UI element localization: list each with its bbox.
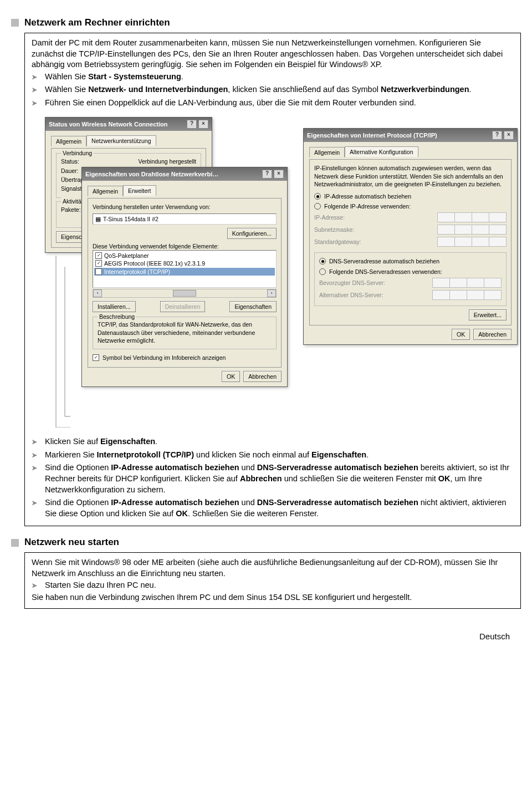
checkbox-icon[interactable]: ✓ — [95, 268, 102, 275]
close-icon[interactable]: × — [274, 170, 284, 179]
section-box: Wenn Sie mit Windows® 98 oder ME arbeite… — [24, 552, 521, 609]
radio-label: DNS-Serveradresse automatisch beziehen — [329, 257, 439, 265]
value: Verbindung hergestellt — [139, 157, 197, 165]
radio-label: IP-Adresse automatisch beziehen — [324, 192, 411, 200]
help-icon[interactable]: ? — [492, 131, 502, 140]
arrow-icon — [32, 84, 45, 95]
list-item[interactable]: AEGIS Protocol (IEEE 802.1x) v2.3.1.9 — [104, 259, 205, 267]
ok-button[interactable]: OK — [452, 329, 470, 340]
arrow-icon — [32, 98, 45, 109]
radio-icon[interactable] — [319, 258, 326, 264]
label: Dauer: — [61, 167, 79, 175]
instruction-text: Führen Sie einen Doppelklick auf die LAN… — [45, 98, 514, 109]
label: Status: — [61, 157, 79, 165]
arrow-icon — [32, 450, 45, 461]
list-item[interactable]: QoS-Paketplaner — [104, 252, 149, 259]
tcpip-properties-dialog: Eigenschaften von Internet Protocol (TCP… — [303, 128, 518, 345]
ip-input — [437, 225, 507, 235]
arrow-icon — [32, 436, 45, 447]
screenshot-area: Status von Wireless Network Connection ?… — [32, 117, 514, 428]
section-bullet-icon — [11, 539, 19, 547]
dialog-title: Eigenschaften von Drahtlose Netzwerkverb… — [85, 170, 218, 179]
cancel-button[interactable]: Abbrechen — [473, 329, 511, 340]
properties-button[interactable]: Eigenschaften — [229, 301, 277, 312]
tab-altconfig[interactable]: Alternative Konfiguration — [345, 146, 418, 157]
components-listbox[interactable]: ✓QoS-Paketplaner ✓AEGIS Protocol (IEEE 8… — [93, 250, 277, 288]
group-label: Verbindung — [61, 149, 94, 157]
install-button[interactable]: Installieren... — [93, 301, 136, 312]
checkbox-icon[interactable]: ✓ — [95, 252, 102, 259]
checkbox-icon[interactable]: ✓ — [95, 260, 102, 267]
intro-text: IP-Einstellungen können automatisch zuge… — [314, 164, 507, 188]
field-label: Standardgateway: — [314, 238, 361, 246]
paragraph: Wenn Sie mit Windows® 98 oder ME arbeite… — [32, 557, 514, 579]
list-item[interactable]: Internetprotokoll (TCP/IP) — [104, 268, 170, 276]
radio-icon[interactable] — [314, 203, 321, 210]
radio-icon[interactable] — [314, 193, 321, 200]
connection-properties-dialog: Eigenschaften von Drahtlose Netzwerkverb… — [81, 167, 288, 387]
arrow-icon — [32, 72, 45, 83]
arrow-icon — [32, 580, 45, 591]
field-label: Bevorzugter DNS-Server: — [319, 279, 385, 287]
close-icon[interactable]: × — [198, 120, 208, 129]
uninstall-button: Deinstallieren — [160, 301, 206, 312]
help-icon[interactable]: ? — [262, 170, 272, 179]
field-label: Subnetzmaske: — [314, 226, 354, 233]
scrollbar[interactable]: ‹ › — [93, 289, 277, 298]
arrow-icon — [32, 462, 45, 495]
tab-netsupport[interactable]: Netzwerkunterstützung — [86, 135, 156, 146]
ip-input — [437, 237, 507, 247]
ip-input — [432, 278, 502, 288]
field-label: Alternativer DNS-Server: — [319, 291, 383, 299]
section-bullet-icon — [11, 19, 19, 27]
instruction-text: Wählen Sie Netzwerk- und Internetverbind… — [45, 84, 514, 95]
help-icon[interactable]: ? — [187, 120, 197, 129]
tab-general[interactable]: Allgemein — [88, 186, 123, 196]
section-title: Netzwerk am Rechner einrichten — [24, 17, 170, 29]
dialog-title: Status von Wireless Network Connection — [49, 120, 167, 129]
field-label: IP-Adresse: — [314, 213, 345, 221]
tab-general[interactable]: Allgemein — [51, 136, 86, 146]
advanced-button[interactable]: Erweitert... — [469, 309, 507, 320]
instruction-text: Klicken Sie auf Eigenschaften. — [45, 436, 514, 447]
paragraph: Sie haben nun die Verbindung zwischen Ih… — [32, 592, 514, 603]
instruction-text: Markieren Sie Internetprotokoll (TCP/IP)… — [45, 450, 514, 461]
checkbox-icon[interactable]: ✓ — [93, 354, 99, 361]
instruction-text: Wählen Sie Start - Systemsteuerung. — [45, 72, 514, 83]
instruction-text: Sind die Optionen IP-Adresse automatisch… — [45, 497, 514, 519]
label: Verbindung herstellen unter Verwendung v… — [93, 203, 277, 211]
intro-paragraph: Damit der PC mit dem Router zusammenarbe… — [32, 38, 514, 70]
instruction-text: Starten Sie dazu Ihren PC neu. — [45, 580, 514, 591]
ok-button[interactable]: OK — [222, 371, 240, 382]
arrow-icon — [32, 497, 45, 519]
tab-general[interactable]: Allgemein — [309, 147, 345, 157]
label: Diese Verbindung verwendet folgende Elem… — [93, 242, 277, 250]
language-label: Deutsch — [11, 609, 521, 642]
section-title: Netzwerk neu starten — [24, 536, 119, 549]
adapter-icon: ▦ — [95, 215, 101, 223]
label: Pakete: — [61, 206, 81, 213]
group-label: Beschreibung — [98, 313, 136, 320]
ip-input — [437, 212, 507, 222]
instruction-text: Sind die Optionen IP-Adresse automatisch… — [45, 462, 514, 495]
section-box: Damit der PC mit dem Router zusammenarbe… — [24, 33, 521, 526]
cancel-button[interactable]: Abbrechen — [243, 371, 282, 382]
configure-button[interactable]: Konfigurieren... — [227, 228, 277, 239]
adapter-name: T-Sinus 154data II #2 — [103, 215, 158, 223]
ip-input — [432, 290, 502, 300]
radio-icon[interactable] — [319, 268, 326, 275]
dialog-title: Eigenschaften von Internet Protocol (TCP… — [307, 131, 437, 140]
tab-advanced[interactable]: Erweitert — [123, 185, 156, 196]
checkbox-label: Symbol bei Verbindung im Infobereich anz… — [103, 354, 226, 362]
close-icon[interactable]: × — [504, 131, 514, 140]
radio-label: Folgende DNS-Serveradressen verwenden: — [329, 268, 442, 276]
radio-label: Folgende IP-Adresse verwenden: — [324, 202, 411, 210]
description-text: TCP/IP, das Standardprotokoll für WAN-Ne… — [98, 320, 272, 344]
scroll-right-icon[interactable]: › — [267, 289, 276, 297]
scroll-left-icon[interactable]: ‹ — [93, 289, 102, 297]
